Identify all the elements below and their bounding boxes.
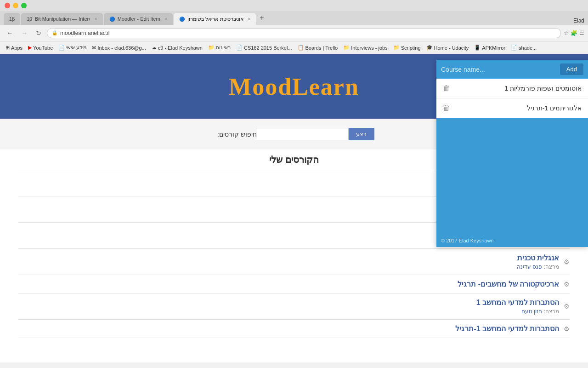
bookmark-label: Home - Udacity [434, 45, 469, 51]
lock-icon: 🔒 [52, 30, 57, 35]
bookmark-apkmirror[interactable]: 📱 APKMirror [472, 44, 507, 51]
tab-label: Moodler - Edit Item [118, 16, 160, 22]
extensions-button[interactable]: 🧩 [571, 30, 577, 36]
overlay-panel: Add אוטומטים ושפות פורמליות 1 🗑 אלגוריתמ… [436, 60, 588, 247]
bookmark-label: CS162 2015 Berkel... [244, 45, 292, 51]
tab-favicon: 🔵 [179, 17, 185, 22]
new-tab-button[interactable]: + [257, 14, 266, 22]
bookmark-label: Boards | Trello [305, 45, 338, 51]
panel-item: אלגוריתמים 1-תרגיל 🗑 [436, 98, 588, 118]
bookmark-label: c9 - Elad Keyshawn [158, 45, 203, 51]
gear-icon[interactable]: ⚙ [564, 258, 570, 265]
tab-close-icon[interactable]: × [165, 17, 168, 22]
bookmark-star-button[interactable]: ☆ [564, 30, 569, 36]
user-label: Elad [573, 17, 584, 24]
menu-button[interactable]: ☰ [579, 30, 584, 36]
bookmark-trello[interactable]: 📋 Boards | Trello [296, 44, 340, 51]
tab-bit-manipulation[interactable]: 1β Bit Manipulation — Interviews... × [21, 13, 102, 25]
tab-label: Bit Manipulation — Interviews... [35, 16, 90, 22]
bookmark-shade[interactable]: 📄 shade... [509, 44, 538, 51]
nav-bar: ← → ↻ 🔒 moodlearn.ariel.ac.il ☆ 🧩 ☰ [0, 25, 588, 41]
document-icon: 📄 [58, 45, 65, 51]
traffic-light-green[interactable] [21, 3, 27, 8]
search-label: חיפוש קורסים: [217, 131, 257, 138]
gear-icon[interactable]: ⚙ [564, 303, 570, 310]
gear-icon[interactable]: ⚙ [564, 281, 570, 288]
tab-close-icon[interactable]: × [95, 17, 97, 22]
bookmark-label: Scripting [401, 45, 421, 51]
panel-item: אוטומטים ושפות פורמליות 1 🗑 [436, 79, 588, 98]
tab-moodler[interactable]: 🔵 Moodler - Edit Item × [104, 13, 173, 25]
cloud-icon: ☁ [152, 45, 157, 51]
bookmark-label: Interviews - jobs [351, 45, 387, 51]
panel-blue-area: © 2017 Elad Keyshawn [436, 118, 588, 247]
trello-icon: 📋 [298, 45, 304, 51]
course-name-link[interactable]: אנגלית טכנית [517, 254, 559, 262]
course-name-input[interactable] [441, 66, 556, 73]
bookmark-label: APKMirror [482, 45, 505, 51]
course-teacher: מרצה: פנס עדינה [18, 264, 559, 270]
tab-label: 1β [9, 16, 15, 22]
graduation-icon: 🎓 [426, 45, 433, 51]
forward-button[interactable]: → [18, 29, 30, 38]
panel-delete-button[interactable]: 🗑 [443, 104, 450, 112]
bookmark-youtube[interactable]: ▶ YouTube [26, 44, 55, 51]
bookmark-c9[interactable]: ☁ c9 - Elad Keyshawn [150, 44, 204, 51]
gear-icon[interactable]: ⚙ [564, 325, 570, 333]
course-info: הסתברות למדעי המחשב 1-תרגיל [18, 324, 559, 333]
search-input[interactable] [257, 128, 349, 140]
teacher-link[interactable]: חזון נועם [521, 308, 542, 315]
url-text: moodlearn.ariel.ac.il [60, 30, 556, 36]
course-name-link[interactable]: ארכיטקטורה של מחשבים- תרגיל [458, 280, 559, 288]
panel-item-name: אלגוריתמים 1-תרגיל [527, 104, 582, 112]
course-name-link[interactable]: הסתברות למדעי המחשב 1 [476, 299, 559, 306]
traffic-light-red[interactable] [5, 3, 10, 8]
course-row: ⚙ הסתברות למדעי המחשב 1-תרגיל [18, 319, 570, 338]
panel-delete-button[interactable]: 🗑 [443, 84, 450, 92]
tab-ariel[interactable]: 🔵 אוניברסיטת אריאל בשומרון × [174, 13, 256, 25]
panel-list: אוטומטים ושפות פורמליות 1 🗑 אלגוריתמים 1… [436, 79, 588, 118]
bookmark-udacity[interactable]: 🎓 Home - Udacity [424, 44, 471, 51]
course-row: ⚙ הסתברות למדעי המחשב 1 מרצה: חזון נועם [18, 293, 570, 319]
traffic-light-yellow[interactable] [13, 3, 18, 8]
document-icon: 📄 [511, 45, 517, 51]
tab-1b[interactable]: 1β [4, 13, 20, 25]
site-title: MoodLearn [229, 73, 359, 100]
bookmark-cs162[interactable]: 📄 CS162 2015 Berkel... [234, 44, 294, 51]
tab-label: אוניברסיטת אריאל בשומרון [187, 16, 243, 22]
bookmark-inbox[interactable]: ✉ Inbox - elad.636@g... [90, 44, 147, 51]
panel-header: Add [436, 60, 588, 79]
back-button[interactable]: ← [4, 29, 16, 38]
add-course-button[interactable]: Add [560, 63, 583, 75]
course-name-link[interactable]: הסתברות למדעי המחשב 1-תרגיל [455, 325, 559, 333]
tab-favicon: 1β [27, 17, 32, 22]
youtube-icon: ▶ [28, 45, 32, 51]
apps-grid-icon: ⊞ [6, 45, 10, 51]
bookmark-label: מידע אישי [66, 45, 86, 51]
copyright-text: © 2017 Elad Keyshawn [441, 238, 494, 243]
search-button[interactable]: בצע [349, 128, 374, 140]
course-teacher: מרצה: חזון נועם [18, 308, 559, 315]
bookmark-raionot[interactable]: 📁 ראיונות [206, 44, 232, 51]
bookmark-interviews[interactable]: 📁 Interviews - jobs [341, 44, 389, 51]
bookmark-apps[interactable]: ⊞ Apps [4, 44, 24, 51]
android-icon: 📱 [474, 45, 481, 51]
course-info: ארכיטקטורה של מחשבים- תרגיל [18, 280, 559, 288]
bookmark-label: shade... [519, 45, 537, 51]
bookmark-personal[interactable]: 📄 מידע אישי [57, 44, 88, 51]
folder-icon: 📁 [393, 45, 400, 51]
bookmarks-bar: ⊞ Apps ▶ YouTube 📄 מידע אישי ✉ Inbox - e… [0, 41, 588, 54]
teacher-link[interactable]: פנס עדינה [517, 264, 542, 270]
document-icon: 📄 [236, 45, 243, 51]
bookmark-scripting[interactable]: 📁 Scripting [391, 44, 423, 51]
folder-icon: 📁 [208, 45, 215, 51]
refresh-button[interactable]: ↻ [33, 29, 44, 38]
url-bar[interactable]: 🔒 moodlearn.ariel.ac.il [47, 28, 561, 38]
tab-close-icon[interactable]: × [248, 17, 251, 22]
mail-icon: ✉ [92, 45, 96, 51]
panel-item-name: אוטומטים ושפות פורמליות 1 [505, 85, 582, 92]
tab-favicon: 🔵 [109, 17, 115, 22]
course-info: אנגלית טכנית מרצה: פנס עדינה [18, 253, 559, 270]
folder-icon: 📁 [343, 45, 350, 51]
bookmark-label: Apps [11, 45, 23, 51]
